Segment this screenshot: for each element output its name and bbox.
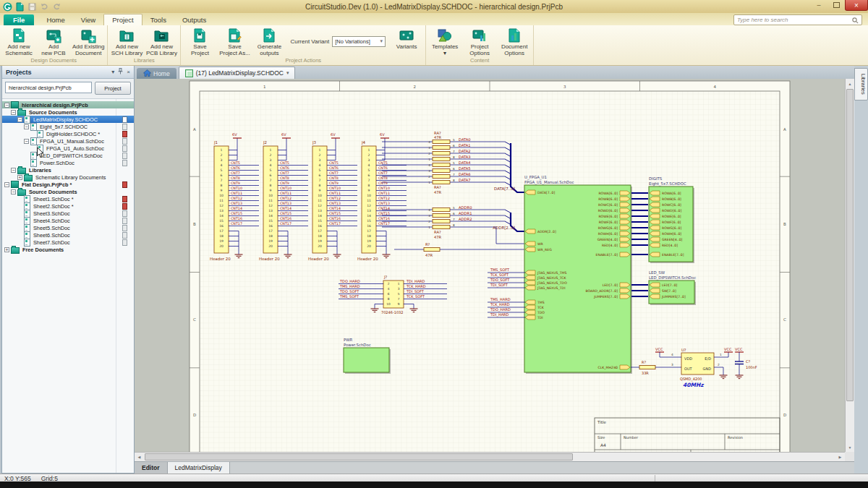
scroll-right-icon[interactable]: ▶ [835,453,845,461]
resistor-body[interactable] [433,163,450,166]
add-new-sch-library-button[interactable]: Add new SCH Library [109,25,144,57]
add-new-pcb-library-button[interactable]: Add new PCB Library [144,25,179,57]
project-button[interactable]: Project [95,82,131,95]
tab-ledmatrixdisplay-bottom[interactable]: LedMatrixDisplay [168,462,230,474]
tree-item-libraries[interactable]: −Libraries [2,166,134,174]
tab-editor[interactable]: Editor [135,462,168,474]
tree-item-led-dipswitch-schdoc[interactable]: LED_DIPSWITCH.SchDoc [2,152,134,159]
tree-item-sheet7-schdoc[interactable]: Sheet7.SchDoc [2,239,134,246]
minimize-button[interactable]: – [810,0,827,10]
project-selector[interactable]: hierarchical design.PrjPcb [5,82,92,93]
tab-home[interactable]: Home [137,68,176,79]
resistor-body[interactable] [433,157,450,160]
panel-menu-icon[interactable]: ▾ [111,69,114,75]
ribbon-tab-home[interactable]: Home [38,14,72,25]
tab-libraries[interactable]: Libraries [854,68,868,100]
resistor-refdes: R? [425,242,430,247]
ribbon-tab-outputs[interactable]: Outputs [174,14,214,25]
resistor-body[interactable] [433,219,450,223]
templates-button[interactable]: Templates ▾ [427,25,462,57]
ribbon-tab-view[interactable]: View [73,14,103,25]
resistor-body[interactable] [433,168,450,172]
generate-outputs-button[interactable]: Generate outputs [252,25,286,57]
document-options-button[interactable]: Document Options [497,25,532,57]
save-project-as-button[interactable]: Save Project As... [217,25,252,57]
search-icon[interactable] [852,14,859,27]
add-new-schematic-button[interactable]: Add new Schematic [1,25,36,57]
variants-button[interactable]: Variants [389,25,424,57]
save-icon[interactable] [27,2,37,12]
pin-number: 4 [319,163,321,167]
resistor-body[interactable] [639,365,655,369]
pin-number: 11 [219,199,224,202]
new-document-icon[interactable] [15,2,25,12]
resistor-body[interactable] [433,180,450,184]
horizontal-scroll-thumb[interactable] [145,453,573,461]
tree-item-sheet5-schdoc[interactable]: Sheet5.SchDoc [2,224,134,231]
resistor-body[interactable] [433,140,450,143]
resistor-body[interactable] [433,207,450,211]
undo-icon[interactable] [40,2,49,12]
collapse-icon[interactable]: − [24,139,29,144]
tree-item-source-documents[interactable]: −Source Documents [2,108,134,116]
tree-item-sheet4-schdoc[interactable]: Sheet4.SchDoc [2,217,134,224]
net-label: CNT8 [378,176,388,180]
redo-icon[interactable] [52,2,61,12]
variant-select[interactable]: [No Variations]▾ [332,36,386,47]
tree-item-power-schdoc[interactable]: Power.SchDoc [2,159,134,166]
schematic-canvas[interactable]: 11223344AABBCCDDJ1Header 201234567891011… [135,79,854,461]
tree-item-fpga-u1-manual-schdoc[interactable]: −FPGA_U1_Manual.SchDoc [2,137,134,145]
scroll-up-icon[interactable]: ▲ [846,79,854,88]
tree-item-schematic-library-documents[interactable]: +Schematic Library Documents [2,174,134,181]
collapse-icon[interactable]: − [24,124,29,129]
collapse-icon[interactable]: − [11,189,16,194]
tree-item-hierarchical-design-prjpcb[interactable]: −hierarchical design.PrjPcb [2,101,134,108]
panel-close-icon[interactable]: × [127,69,130,75]
tree-item-sheet2-schdoc[interactable]: Sheet2.SchDoc * [2,202,134,210]
tree-item-eight-5x7-schdoc[interactable]: −Eight_5x7.SCHDOC [2,123,134,130]
collapse-icon[interactable]: − [11,168,16,173]
net-label: CNT14 [378,207,390,210]
scroll-down-icon[interactable]: ▼ [846,442,854,452]
add-new-pcb-button[interactable]: Add new PCB [36,25,71,57]
tree-item-sheet3-schdoc[interactable]: Sheet3.SchDoc [2,210,134,217]
tree-item-flat-design-prjpcb[interactable]: −Flat Design.PrjPcb * [2,181,134,188]
sheet-symbol-pwr[interactable] [344,348,389,372]
vertical-scrollbar[interactable]: ▲ ▼ [845,79,854,452]
collapse-icon[interactable]: − [4,182,9,187]
maximize-button[interactable] [827,0,845,10]
tree-item-ledmatrixdisplay-schdoc[interactable]: −LedMatrixDisplay.SCHDOC [2,116,134,123]
resistor-body[interactable] [433,225,450,228]
close-button[interactable]: × [845,0,868,11]
resistor-body[interactable] [433,174,450,178]
scroll-left-icon[interactable]: ◀ [135,453,144,461]
horizontal-scrollbar[interactable]: ◀ ▶ [135,452,845,461]
resistor-body[interactable] [433,145,450,149]
tree-item-source-documents[interactable]: −Source Documents [2,188,134,195]
tree-item-sheet1-schdoc[interactable]: Sheet1.SchDoc * [2,195,134,202]
collapse-icon[interactable]: − [11,110,16,115]
ribbon-tab-project[interactable]: Project [103,14,142,25]
save-project-button[interactable]: Save Project [182,25,217,57]
ribbon-tab-file[interactable]: File [4,14,34,25]
search-input[interactable]: Type here to search [733,14,862,25]
collapse-icon[interactable]: − [4,103,9,108]
expand-icon[interactable]: + [17,175,22,180]
expand-icon[interactable]: + [4,247,9,252]
tree-item-free-documents[interactable]: +Free Documents [2,246,134,253]
resistor-body[interactable] [424,247,440,251]
add-existing-document-button[interactable]: Add Existing Document [71,25,106,57]
panel-pin-icon[interactable] [118,68,123,76]
tab-dropdown-icon[interactable]: ▾ [286,70,289,76]
tree-item-digitholder-schdoc[interactable]: DigitHolder.SCHDOC * [2,130,134,137]
resistor-body[interactable] [433,213,450,217]
tab-ledmatrixdisplay-schdoc[interactable]: (17) LedMatrixDisplay.SCHDOC ▾ [179,67,296,79]
ribbon-tab-tools[interactable]: Tools [142,14,174,25]
resistor-body[interactable] [433,151,450,155]
tree-item-sheet6-schdoc[interactable]: Sheet6.SchDoc [2,231,134,239]
project-options-button[interactable]: Project Options [462,25,497,57]
circuitstudio-logo[interactable] [3,2,12,12]
collapse-icon[interactable]: − [17,117,22,122]
tree-item-fpga-u1-auto-schdoc[interactable]: FPGA_U1_Auto.SchDoc [2,145,134,152]
vertical-scroll-thumb[interactable] [846,89,854,401]
